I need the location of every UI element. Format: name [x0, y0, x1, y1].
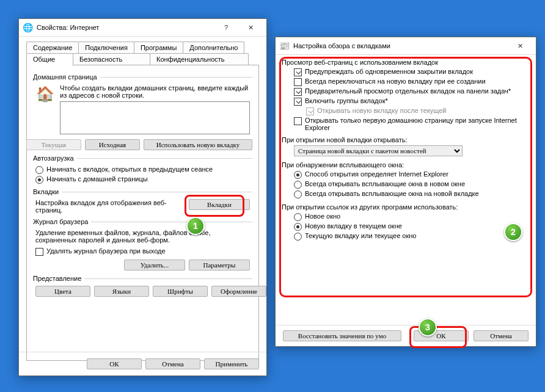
heading-links: При открытии ссылок из других программ и… — [282, 203, 530, 211]
btn-ok[interactable]: ОК — [87, 358, 142, 369]
homepage-desc: Чтобы создать вкладки домашних страниц, … — [60, 84, 250, 99]
btn-current-page: Текущая — [26, 139, 81, 150]
radio-start-lasttabs[interactable]: Начинать с вкладок, открытых в предыдуще… — [35, 165, 250, 174]
chk-open-after-current: Открывать новую вкладку после текущей — [306, 107, 530, 115]
heading-newtab: При открытии новой вкладки открывать: — [282, 136, 530, 143]
chk-only-first-home[interactable]: Открывать только первую домашнюю страниц… — [294, 117, 530, 131]
annotation-marker-1: 1 — [186, 217, 205, 235]
btn-history-params[interactable]: Параметры — [189, 260, 250, 270]
tabbed-browsing-settings-window: 📰 Настройка обзора с вкладками ✕ Просмот… — [275, 37, 536, 347]
btn-history-delete[interactable]: Удалить... — [124, 260, 185, 270]
chk-tab-groups[interactable]: Включить группы вкладок* — [294, 97, 530, 106]
window-title: Свойства: Интернет — [37, 24, 214, 31]
group-homepage: Домашняя страница 🏠 Чтобы создать вкладк… — [33, 73, 252, 150]
group-history-title: Журнал браузера — [33, 218, 91, 225]
btn-cancel[interactable]: Отмена — [474, 330, 529, 341]
btn-languages[interactable]: Языки — [94, 286, 149, 297]
btn-fonts[interactable]: Шрифты — [153, 286, 208, 297]
group-startup: Автозагрузка Начинать с вкладок, открыты… — [33, 154, 252, 184]
history-desc: Удаление временных файлов, журнала, файл… — [35, 229, 250, 244]
radio-start-homepage[interactable]: Начинать с домашней страницы — [35, 175, 250, 184]
group-presentation: Представление Цвета Языки Шрифты Оформле… — [33, 275, 252, 297]
tab-connections[interactable]: Подключения — [78, 42, 134, 53]
close-button[interactable]: ✕ — [508, 37, 532, 54]
radio-popup-ie[interactable]: Способ открытия определяет Internet Expl… — [294, 170, 530, 179]
heading-popup: При обнаружении всплывающего окна: — [282, 161, 530, 169]
radio-popup-newtab[interactable]: Всегда открывать всплывающие окна на нов… — [294, 190, 530, 198]
tabs-icon: 📰 — [279, 41, 290, 51]
settings-pane: Просмотр веб-страниц с использованием вк… — [276, 55, 536, 325]
tab-area: Содержание Подключения Программы Дополни… — [19, 37, 266, 361]
group-homepage-title: Домашняя страница — [33, 73, 100, 81]
titlebar: 📰 Настройка обзора с вкладками ✕ — [276, 37, 536, 55]
home-icon: 🏠 — [35, 84, 55, 104]
globe-icon: 🌐 — [23, 23, 33, 32]
window-title: Настройка обзора с вкладками — [293, 42, 508, 49]
tab-programs[interactable]: Программы — [134, 42, 183, 53]
help-button[interactable]: ? — [214, 19, 238, 36]
radio-links-curwin[interactable]: Текущую вкладку или текущее окно — [294, 232, 530, 241]
titlebar: 🌐 Свойства: Интернет ? ✕ — [19, 19, 266, 37]
tab-privacy[interactable]: Конфиденциальность — [150, 53, 249, 65]
chk-switch-newtab[interactable]: Всегда переключаться на новую вкладку пр… — [294, 78, 530, 86]
chk-warn-close[interactable]: Предупреждать об одновременном закрытии … — [294, 68, 530, 76]
tab-advanced[interactable]: Дополнительно — [183, 42, 244, 53]
btn-tabs-settings[interactable]: Вкладки — [189, 199, 250, 210]
chk-taskbar-previews[interactable]: Предварительный просмотр отдельных вклад… — [294, 87, 530, 96]
annotation-marker-3: 3 — [419, 318, 437, 336]
homepage-input[interactable] — [60, 101, 250, 134]
dialog-footer: ОК Отмена Применить — [19, 352, 266, 376]
tab-general[interactable]: Общие — [26, 53, 73, 66]
tab-security[interactable]: Безопасность — [73, 53, 150, 65]
group-presentation-title: Представление — [33, 275, 84, 282]
tabs-desc: Настройка вкладок для отображения веб-ст… — [35, 199, 183, 214]
group-tabs-title: Вкладки — [33, 188, 62, 195]
group-tabs: Вкладки Настройка вкладок для отображени… — [33, 188, 252, 214]
heading-browsing: Просмотр веб-страниц с использованием вк… — [282, 59, 530, 66]
close-button[interactable]: ✕ — [238, 19, 263, 36]
btn-use-newtab[interactable]: Использовать новую вкладку — [144, 139, 252, 150]
btn-accessibility[interactable]: Оформление — [211, 286, 266, 297]
btn-apply[interactable]: Применить — [204, 358, 259, 369]
radio-links-curtab[interactable]: Новую вкладку в текущем окне — [294, 222, 530, 231]
group-startup-title: Автозагрузка — [33, 154, 77, 162]
tab-content-general: Домашняя страница 🏠 Чтобы создать вкладк… — [26, 65, 259, 361]
select-newtab-page[interactable]: Страница новой вкладки с пакетом новосте… — [294, 145, 463, 156]
btn-restore-defaults[interactable]: Восстановить значения по умо — [283, 330, 401, 341]
internet-properties-window: 🌐 Свойства: Интернет ? ✕ Содержание Подк… — [18, 18, 267, 376]
radio-links-newwin[interactable]: Новое окно — [294, 212, 530, 221]
btn-cancel[interactable]: Отмена — [145, 358, 200, 369]
dialog-footer: Восстановить значения по умо ОК Отмена — [276, 325, 536, 346]
btn-default-page[interactable]: Исходная — [85, 139, 140, 150]
btn-colors[interactable]: Цвета — [35, 286, 90, 297]
group-history: Журнал браузера Удаление временных файло… — [33, 218, 252, 270]
tab-content[interactable]: Содержание — [26, 42, 79, 53]
chk-delete-on-exit[interactable]: Удалять журнал браузера при выходе — [35, 247, 250, 256]
radio-popup-newwin[interactable]: Всегда открывать всплывающие окна в ново… — [294, 180, 530, 189]
annotation-marker-2: 2 — [504, 223, 522, 241]
